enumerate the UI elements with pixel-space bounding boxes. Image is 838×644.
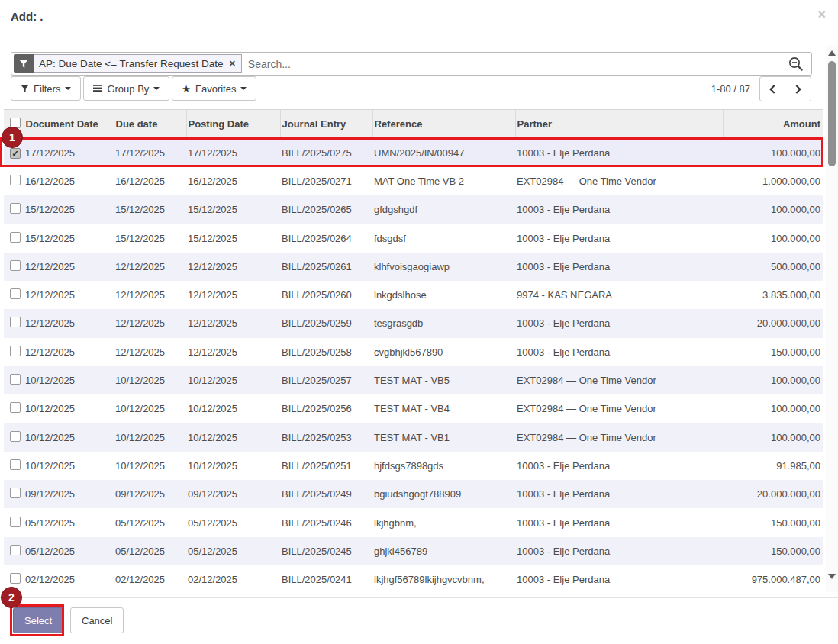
column-header-reference[interactable]: Reference — [372, 110, 515, 139]
cell-journal-entry[interactable]: BILL/2025/0261 — [280, 253, 372, 281]
cell-reference[interactable]: tesgrasgdb — [372, 309, 515, 337]
cell-journal-entry[interactable]: BILL/2025/0257 — [280, 366, 372, 394]
cell-amount[interactable]: 20.000.000,00 — [723, 480, 823, 508]
cell-amount[interactable]: 1.000.000,00 — [723, 167, 823, 195]
cell-amount[interactable]: 100.000,00 — [723, 394, 823, 423]
cell-due-date[interactable]: 17/12/2025 — [114, 139, 186, 167]
cell-partner[interactable]: EXT02984 — One Time Vendor — [515, 366, 723, 394]
cell-document-date[interactable]: 17/12/2025 — [24, 139, 114, 167]
cell-journal-entry[interactable]: BILL/2025/0259 — [280, 309, 372, 337]
cell-amount[interactable]: 100.000,00 — [723, 139, 823, 167]
cell-reference[interactable]: lkjhgf56789lkijhgvcvbnm, — [372, 565, 515, 594]
cell-document-date[interactable]: 10/12/2025 — [24, 366, 114, 394]
cell-partner[interactable]: 10003 - Elje Perdana — [515, 195, 723, 224]
search-magnifier-icon[interactable] — [788, 56, 804, 72]
cell-posting-date[interactable]: 12/12/2025 — [186, 253, 280, 281]
cell-document-date[interactable]: 12/12/2025 — [24, 338, 114, 366]
table-row[interactable]: 10/12/202510/12/202510/12/2025BILL/2025/… — [4, 366, 823, 394]
cell-reference[interactable]: ghjkl456789 — [372, 537, 515, 565]
cell-due-date[interactable]: 15/12/2025 — [114, 195, 186, 224]
cell-posting-date[interactable]: 02/12/2025 — [186, 565, 280, 594]
cell-document-date[interactable]: 12/12/2025 — [24, 309, 114, 337]
cell-document-date[interactable]: 05/12/2025 — [24, 537, 114, 565]
cell-reference[interactable]: fdsgdsf — [372, 224, 515, 252]
cell-due-date[interactable]: 12/12/2025 — [114, 281, 186, 309]
table-row[interactable]: 09/12/202509/12/202509/12/2025BILL/2025/… — [4, 480, 823, 508]
cell-journal-entry[interactable]: BILL/2025/0256 — [280, 394, 372, 423]
cell-document-date[interactable]: 10/12/2025 — [24, 394, 114, 423]
select-all-checkbox[interactable] — [10, 118, 21, 128]
cell-partner[interactable]: 10003 - Elje Perdana — [515, 565, 723, 594]
cell-due-date[interactable]: 02/12/2025 — [114, 565, 186, 594]
table-row[interactable]: 10/12/202510/12/202510/12/2025BILL/2025/… — [4, 394, 823, 423]
cell-posting-date[interactable]: 12/12/2025 — [186, 338, 280, 366]
cell-partner[interactable]: 10003 - Elje Perdana — [515, 480, 723, 508]
cell-amount[interactable]: 3.835.000,00 — [723, 281, 823, 309]
cell-due-date[interactable]: 10/12/2025 — [114, 452, 186, 480]
row-checkbox[interactable] — [10, 517, 21, 527]
cell-reference[interactable]: TEST MAT - VB1 — [372, 423, 515, 451]
cell-amount[interactable]: 100.000,00 — [723, 224, 823, 252]
cell-reference[interactable]: hjfdsgs7898gds — [372, 452, 515, 480]
cell-amount[interactable]: 20.000.000,00 — [723, 309, 823, 337]
cell-partner[interactable]: 10003 - Elje Perdana — [515, 139, 723, 167]
cell-amount[interactable]: 975.000.487,00 — [723, 565, 823, 594]
cell-partner[interactable]: 10003 - Elje Perdana — [515, 253, 723, 281]
cell-partner[interactable]: 9974 - KAS NEGARA — [515, 281, 723, 309]
cell-journal-entry[interactable]: BILL/2025/0249 — [280, 480, 372, 508]
cell-reference[interactable]: bgiudshgogt788909 — [372, 480, 515, 508]
table-row[interactable]: 15/12/202515/12/202515/12/2025BILL/2025/… — [4, 195, 823, 224]
cell-posting-date[interactable]: 16/12/2025 — [186, 167, 280, 195]
cell-posting-date[interactable]: 05/12/2025 — [186, 537, 280, 565]
row-checkbox[interactable] — [10, 346, 21, 356]
facet-remove-icon[interactable]: ✕ — [229, 59, 236, 69]
cell-document-date[interactable]: 09/12/2025 — [24, 480, 114, 508]
cell-document-date[interactable]: 10/12/2025 — [24, 423, 114, 451]
cell-due-date[interactable]: 09/12/2025 — [114, 480, 186, 508]
column-header-posting-date[interactable]: Posting Date — [186, 110, 280, 139]
cell-posting-date[interactable]: 15/12/2025 — [186, 195, 280, 224]
group-by-button[interactable]: Group By — [83, 76, 169, 101]
table-row[interactable]: 12/12/202512/12/202512/12/2025BILL/2025/… — [4, 338, 823, 366]
table-row[interactable]: 05/12/202505/12/202505/12/2025BILL/2025/… — [4, 537, 823, 565]
close-icon[interactable]: × — [817, 8, 826, 21]
filters-button[interactable]: Filters — [11, 76, 81, 101]
cell-reference[interactable]: lkjhgbnm, — [372, 508, 515, 536]
cell-journal-entry[interactable]: BILL/2025/0251 — [280, 452, 372, 480]
column-header-due-date[interactable]: Due date — [114, 110, 186, 139]
row-checkbox[interactable] — [10, 374, 21, 385]
cell-document-date[interactable]: 05/12/2025 — [24, 508, 114, 536]
row-checkbox[interactable]: ✓ — [10, 148, 21, 159]
cell-journal-entry[interactable]: BILL/2025/0265 — [280, 195, 372, 224]
cell-partner[interactable]: EXT02984 — One Time Vendor — [515, 167, 723, 195]
row-checkbox[interactable] — [10, 573, 21, 584]
cell-journal-entry[interactable]: BILL/2025/0241 — [280, 565, 372, 594]
cell-amount[interactable]: 150.000,00 — [723, 338, 823, 366]
cell-due-date[interactable]: 16/12/2025 — [114, 167, 186, 195]
table-row[interactable]: 15/12/202515/12/202515/12/2025BILL/2025/… — [4, 224, 823, 252]
select-button[interactable]: Select — [13, 607, 63, 633]
cell-due-date[interactable]: 12/12/2025 — [114, 253, 186, 281]
cell-partner[interactable]: 10003 - Elje Perdana — [515, 508, 723, 536]
table-row[interactable]: 16/12/202516/12/202516/12/2025BILL/2025/… — [4, 167, 823, 195]
table-row[interactable]: 10/12/202510/12/202510/12/2025BILL/2025/… — [4, 452, 823, 480]
cancel-button[interactable]: Cancel — [70, 607, 124, 633]
cell-document-date[interactable]: 02/12/2025 — [24, 565, 114, 594]
cell-journal-entry[interactable]: BILL/2025/0271 — [280, 167, 372, 195]
row-checkbox[interactable] — [10, 545, 21, 555]
cell-journal-entry[interactable]: BILL/2025/0260 — [280, 281, 372, 309]
cell-posting-date[interactable]: 12/12/2025 — [186, 309, 280, 337]
cell-amount[interactable]: 500.000,00 — [723, 253, 823, 281]
cell-due-date[interactable]: 12/12/2025 — [114, 309, 186, 337]
row-checkbox[interactable] — [10, 203, 21, 214]
cell-partner[interactable]: 10003 - Elje Perdana — [515, 309, 723, 337]
cell-posting-date[interactable]: 10/12/2025 — [186, 366, 280, 394]
row-checkbox[interactable] — [10, 175, 21, 185]
cell-due-date[interactable]: 12/12/2025 — [114, 338, 186, 366]
table-row[interactable]: 12/12/202512/12/202512/12/2025BILL/2025/… — [4, 309, 823, 337]
cell-posting-date[interactable]: 15/12/2025 — [186, 224, 280, 252]
pager-next-button[interactable] — [785, 76, 811, 101]
table-row[interactable]: 12/12/202512/12/202512/12/2025BILL/2025/… — [4, 253, 823, 281]
table-row[interactable]: 02/12/202502/12/202502/12/2025BILL/2025/… — [4, 565, 823, 594]
cell-posting-date[interactable]: 10/12/2025 — [186, 452, 280, 480]
